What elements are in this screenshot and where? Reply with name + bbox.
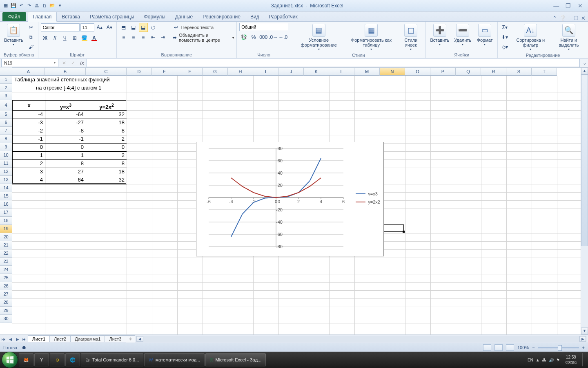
page-layout-view-button[interactable] (494, 344, 503, 351)
indent-dec-icon[interactable]: ⇤ (149, 33, 158, 42)
wrap-text-button[interactable]: ↩ Перенос текста (172, 23, 234, 32)
sort-filter-button[interactable]: A↓Сортировка и фильтр▾ (511, 23, 550, 52)
column-header[interactable]: H (228, 68, 253, 76)
ribbon-tab[interactable]: Данные (170, 12, 198, 21)
align-top-icon[interactable]: ⬒ (119, 23, 128, 32)
row-header[interactable]: 16 (0, 200, 12, 209)
file-tab[interactable]: Файл (2, 12, 26, 21)
cut-icon[interactable]: ✂ (27, 23, 36, 32)
restore-button[interactable]: ❐ (563, 2, 574, 9)
column-header[interactable]: C (86, 68, 127, 76)
percent-icon[interactable]: % (249, 33, 258, 42)
qa-icon[interactable]: 🖶 (33, 2, 40, 9)
comma-icon[interactable]: 000 (259, 33, 268, 42)
macro-record-icon[interactable]: ⏺ (20, 343, 29, 352)
minimize-button[interactable]: — (551, 2, 561, 9)
row-header[interactable]: 24 (0, 266, 12, 274)
underline-icon[interactable]: Ч (60, 34, 69, 43)
expand-formula-bar-icon[interactable]: ⌄ (581, 60, 588, 66)
find-select-button[interactable]: 🔍Найти и выделить▾ (552, 23, 586, 52)
scroll-down-icon[interactable]: ▼ (581, 328, 588, 334)
tray-icon[interactable]: 🔊 (549, 358, 554, 362)
ribbon-tab[interactable]: Разметка страницы (85, 12, 139, 21)
ribbon-tab[interactable]: Формулы (139, 12, 170, 21)
column-header[interactable]: A (12, 68, 45, 76)
column-header[interactable]: R (481, 68, 506, 76)
redo-icon[interactable]: ↷ (26, 2, 32, 9)
row-header[interactable]: 21 (0, 241, 12, 249)
autosum-icon[interactable]: Σ▾ (500, 23, 509, 32)
fx-icon[interactable]: fx (78, 60, 87, 66)
taskbar-clock[interactable]: 12:59среда (562, 355, 580, 365)
row-header[interactable]: 4 (0, 100, 12, 110)
sheet-tab[interactable]: Лист2 (49, 335, 71, 342)
legend-item[interactable]: y=x3 (356, 191, 380, 196)
shrink-font-icon[interactable]: A▾ (105, 23, 114, 32)
row-header[interactable]: 12 (0, 168, 12, 176)
show-desktop-button[interactable] (582, 353, 586, 366)
cancel-formula-icon[interactable]: ✕ (60, 60, 69, 66)
row-header[interactable]: 23 (0, 258, 12, 266)
sheet-subtitle[interactable]: на отрезке [-4;4] с шагом 1 (35, 84, 102, 92)
name-box[interactable]: N19▾ (1, 59, 58, 67)
row-header[interactable]: 26 (0, 282, 12, 290)
embedded-chart[interactable]: -6-4-20246-80-60-40-20204060800y=x3y=2x2 (196, 142, 384, 256)
currency-icon[interactable]: 💱 (239, 33, 248, 42)
row-header[interactable]: 13 (0, 176, 12, 184)
taskbar-pinned[interactable]: 🦊 (19, 353, 33, 366)
zoom-level[interactable]: 100% (517, 345, 529, 350)
indent-inc-icon[interactable]: ⇥ (158, 33, 167, 42)
column-header[interactable]: T (532, 68, 557, 76)
sheet-nav[interactable]: ⏮◀▶⏭ (0, 336, 28, 342)
close-button[interactable]: ✕ (575, 2, 586, 9)
row-header[interactable]: 3 (0, 92, 12, 100)
sheet-tab[interactable]: Лист3 (105, 335, 126, 342)
align-center-icon[interactable]: ≡ (129, 33, 138, 42)
column-header[interactable]: G (203, 68, 228, 76)
worksheet-grid[interactable]: ABCDEFGHIJKLMNOPQRST 1234567891011121314… (0, 67, 588, 334)
ribbon-tab[interactable]: Вид (245, 12, 264, 21)
page-break-view-button[interactable] (506, 344, 514, 351)
row-header[interactable]: 14 (0, 184, 12, 192)
orientation-icon[interactable]: ⭯ (149, 23, 158, 32)
inc-decimal-icon[interactable]: .0→ (269, 33, 278, 42)
column-header[interactable]: N (380, 68, 405, 76)
row-header[interactable]: 20 (0, 233, 12, 241)
column-header[interactable]: J (278, 68, 304, 76)
bold-icon[interactable]: Ж (41, 34, 50, 43)
row-header[interactable]: 5 (0, 110, 12, 119)
tray-icon[interactable]: 🖧 (542, 358, 546, 362)
column-headers[interactable]: ABCDEFGHIJKLMNOPQRST (12, 67, 581, 76)
ribbon-tab[interactable]: Вставка (57, 12, 85, 21)
minimize-ribbon-icon[interactable]: ⌃ (552, 15, 557, 21)
row-header[interactable]: 27 (0, 290, 12, 298)
row-headers[interactable]: 1234567891011121314151617181920212223242… (0, 76, 12, 334)
row-header[interactable]: 22 (0, 249, 12, 258)
enter-formula-icon[interactable]: ✓ (69, 60, 78, 66)
column-header[interactable]: O (405, 68, 430, 76)
doc-restore-icon[interactable]: ❐ (574, 15, 579, 21)
row-header[interactable]: 6 (0, 119, 12, 127)
sheet-tab[interactable]: Лист1 (28, 335, 50, 342)
doc-close-icon[interactable]: ✕ (581, 15, 586, 21)
copy-icon[interactable]: ⧉ (27, 33, 36, 42)
column-header[interactable]: M (354, 68, 380, 76)
row-header[interactable]: 25 (0, 274, 12, 282)
column-header[interactable]: F (177, 68, 203, 76)
sheet-title[interactable]: Таблица значений степенных функций (13, 76, 111, 84)
qa-icon[interactable]: 📂 (49, 2, 56, 9)
new-sheet-button[interactable]: ✧ (126, 335, 135, 343)
ribbon-tab[interactable]: Главная (28, 12, 57, 22)
undo-icon[interactable]: ↶ (18, 2, 24, 9)
cond-format-button[interactable]: ▤Условное форматирование▾ (294, 23, 344, 52)
lang-indicator[interactable]: EN (528, 358, 533, 362)
scroll-up-icon[interactable]: ▲ (581, 67, 588, 74)
ribbon-tab[interactable]: Разработчик (264, 12, 303, 21)
formula-input[interactable] (87, 59, 580, 67)
row-header[interactable]: 1 (0, 76, 12, 84)
format-table-button[interactable]: ▦Форматировать как таблицу▾ (345, 23, 397, 52)
italic-icon[interactable]: К (51, 34, 60, 43)
taskbar-pinned[interactable]: 🌐 (65, 353, 80, 366)
row-header[interactable]: 10 (0, 151, 12, 159)
taskbar-pinned[interactable]: Y (34, 353, 49, 366)
